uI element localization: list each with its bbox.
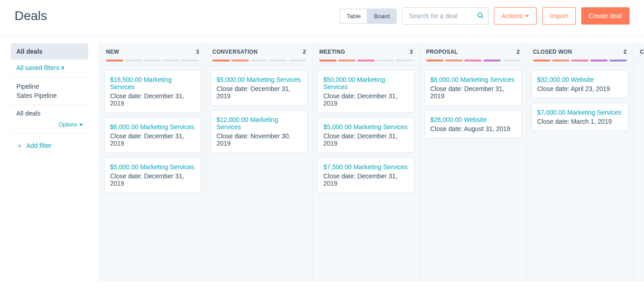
board-column: NEW3$16,500.00 Marketing ServicesClose d… <box>99 43 206 282</box>
deal-card[interactable]: $28,000.00 WebsiteClose date: August 31,… <box>424 110 522 138</box>
deal-card-title: $16,500.00 Marketing Services <box>110 76 195 91</box>
deal-card[interactable]: $50,000.00 Marketing ServicesClose date:… <box>317 70 415 113</box>
deal-card-close-date: Close date: December 31, 2019 <box>216 85 302 100</box>
add-filter-button[interactable]: ＋ Add filter <box>11 135 88 157</box>
board-column: PROPOSAL2$8,000.00 Marketing ServicesClo… <box>420 43 527 282</box>
sidebar-pipeline-value[interactable]: Sales Pipeline <box>11 90 88 104</box>
board-column: MEETING3$50,000.00 Marketing ServicesClo… <box>313 43 420 282</box>
deal-card[interactable]: $7,500.00 Marketing ServicesClose date: … <box>317 157 415 193</box>
view-table-button[interactable]: Table <box>340 9 367 23</box>
actions-label: Actions <box>502 12 523 20</box>
deal-card-title: $50,000.00 Marketing Services <box>323 76 409 91</box>
caret-down-icon <box>79 124 83 126</box>
column-count: 3 <box>410 49 413 55</box>
sidebar-pipeline-label: Pipeline <box>11 78 88 90</box>
deal-card[interactable]: $5,000.00 Marketing ServicesClose date: … <box>104 157 201 193</box>
sidebar-saved-filters-label: All saved filters <box>16 64 59 71</box>
deal-card-title: $12,000.00 Marketing Services <box>216 116 302 131</box>
deal-card-title: $7,500.00 Marketing Services <box>323 163 409 171</box>
deal-card-title: $28,000.00 Website <box>430 116 516 123</box>
create-deal-button[interactable]: Create deal <box>581 7 629 25</box>
deal-card[interactable]: $12,000.00 Marketing ServicesClose date:… <box>211 110 308 153</box>
column-count: 2 <box>517 49 520 55</box>
deal-card-close-date: Close date: December 31, 2019 <box>110 132 195 147</box>
column-title: PROPOSAL <box>426 49 458 55</box>
deal-card-title: $7,000.00 Marketing Services <box>537 109 623 116</box>
add-filter-label: Add filter <box>26 142 51 149</box>
view-board-button[interactable]: Board <box>367 9 396 23</box>
deal-card[interactable]: $5,000.00 Marketing ServicesClose date: … <box>211 70 308 106</box>
deal-card-close-date: Close date: December 31, 2019 <box>110 92 195 107</box>
deal-card-title: $5,000.00 Marketing Services <box>216 76 302 83</box>
deal-card-close-date: Close date: April 23, 2019 <box>537 85 623 92</box>
deal-card-close-date: Close date: December 31, 2019 <box>323 172 409 187</box>
sidebar-item-all-deals[interactable]: All deals <box>11 43 88 60</box>
deal-card-close-date: Close date: December 31, 2019 <box>430 85 516 100</box>
kanban-board: NEW3$16,500.00 Marketing ServicesClose d… <box>99 43 644 282</box>
sidebar-saved-filters-link[interactable]: All saved filters <box>11 60 88 76</box>
progress-bar <box>533 60 627 61</box>
deal-card-close-date: Close date: November 30, 2019 <box>216 132 302 147</box>
actions-button[interactable]: Actions <box>494 7 537 25</box>
progress-bar <box>319 60 413 61</box>
deal-card-close-date: Close date: August 31, 2019 <box>430 125 516 132</box>
deal-card-title: $32,000.00 Website <box>537 76 623 83</box>
column-count: 3 <box>196 49 199 55</box>
plus-icon: ＋ <box>16 142 23 149</box>
caret-down-icon <box>525 15 529 17</box>
deal-card[interactable]: $32,000.00 WebsiteClose date: April 23, … <box>531 70 629 98</box>
deal-card-close-date: Close date: December 31, 2019 <box>323 92 409 107</box>
deal-card[interactable]: $8,000.00 Marketing ServicesClose date: … <box>424 70 522 106</box>
progress-bar <box>426 60 520 61</box>
column-title: NEW <box>106 49 119 55</box>
deal-card-title: $5,000.00 Marketing Services <box>110 163 195 171</box>
sidebar-all-deals-filter: All deals <box>16 110 40 117</box>
deal-card[interactable]: $16,500.00 Marketing ServicesClose date:… <box>104 70 201 113</box>
page-title: Deals <box>15 9 47 23</box>
column-title: CONVERSATION <box>212 49 257 55</box>
deal-card-title: $6,000.00 Marketing Services <box>110 123 195 131</box>
deal-card-title: $5,000.00 Marketing Services <box>323 123 409 131</box>
search-input[interactable] <box>402 7 488 25</box>
deal-card-title: $8,000.00 Marketing Services <box>430 76 516 83</box>
chevron-right-icon <box>60 66 64 70</box>
progress-bar <box>106 60 199 61</box>
column-count: 2 <box>624 49 627 55</box>
view-toggle: Table Board <box>340 9 397 24</box>
sidebar: All deals All saved filters Pipeline Sal… <box>11 43 88 282</box>
column-count: 2 <box>303 49 306 55</box>
deal-card[interactable]: $6,000.00 Marketing ServicesClose date: … <box>104 117 201 153</box>
column-title: MEETING <box>319 49 345 55</box>
deal-card[interactable]: $5,000.00 Marketing ServicesClose date: … <box>317 117 415 153</box>
column-title: CLOSED WON <box>533 49 572 55</box>
import-button[interactable]: Import <box>542 7 576 25</box>
deal-card-close-date: Close date: December 31, 2019 <box>110 172 195 187</box>
search-wrap <box>402 7 488 25</box>
column-title: CLO <box>640 49 644 55</box>
deal-card-close-date: Close date: December 31, 2019 <box>323 132 409 147</box>
board-column: CLO <box>634 43 644 282</box>
board-column: CLOSED WON2$32,000.00 WebsiteClose date:… <box>527 43 634 282</box>
board-column: CONVERSATION2$5,000.00 Marketing Service… <box>206 43 313 282</box>
deal-card-close-date: Close date: March 1, 2019 <box>537 118 623 125</box>
options-link[interactable]: Options <box>59 121 83 128</box>
options-label: Options <box>59 121 77 128</box>
progress-bar <box>212 60 306 61</box>
deal-card[interactable]: $7,000.00 Marketing ServicesClose date: … <box>531 103 629 131</box>
